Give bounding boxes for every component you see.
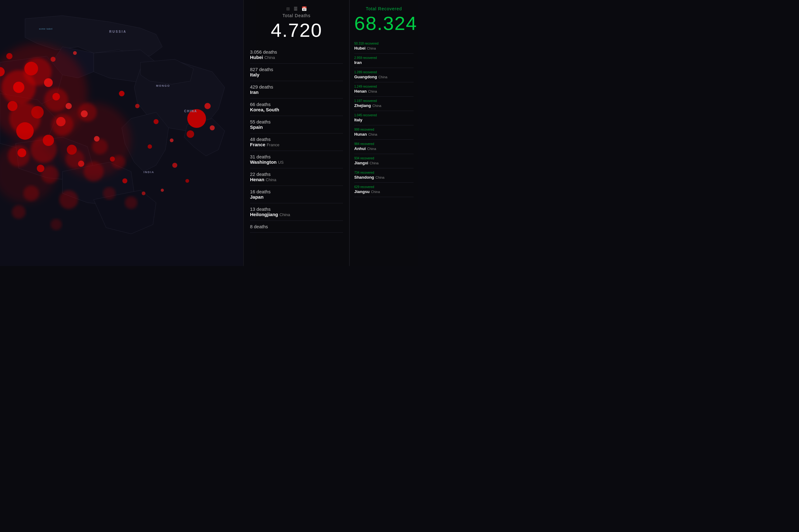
svg-point-55 xyxy=(122,178,127,183)
recovered-panel: Total Recovered 68.324 50.318 recovered … xyxy=(349,0,418,266)
svg-text:INDIA: INDIA xyxy=(144,171,155,174)
svg-point-46 xyxy=(187,130,194,138)
death-count-korea: 66 deaths xyxy=(250,102,343,107)
recovered-entry-italy: 1.045 recovered Italy xyxy=(354,111,414,125)
svg-point-25 xyxy=(44,78,53,87)
death-location-korea: Korea, South xyxy=(250,107,343,113)
svg-text:some label: some label xyxy=(39,28,53,30)
svg-point-37 xyxy=(37,165,44,172)
recovered-location-zhejiang: Zhejiang China xyxy=(354,102,414,108)
svg-point-21 xyxy=(12,205,25,219)
svg-point-41 xyxy=(6,53,13,59)
recovered-count-hunan: 999 recovered xyxy=(354,128,414,131)
death-entry-washington: 31 deaths Washington US xyxy=(250,151,343,168)
svg-point-36 xyxy=(94,136,99,141)
death-location-washington: Washington US xyxy=(250,159,343,165)
right-panel: ⊞ ☰ 📅 Total Deaths 4.720 3.056 deaths Hu… xyxy=(243,0,418,266)
svg-point-47 xyxy=(210,125,215,130)
svg-text:MONGO: MONGO xyxy=(156,84,170,87)
death-entry-henan: 22 deaths Henan China xyxy=(250,168,343,186)
recovered-location-hubei: Hubei China xyxy=(354,45,414,51)
recovered-count-jiangsu: 629 recovered xyxy=(354,185,414,189)
header-icons: ⊞ ☰ 📅 xyxy=(250,6,343,11)
recovered-count-henan: 1.249 recovered xyxy=(354,85,414,88)
recovered-count-italy: 1.045 recovered xyxy=(354,114,414,117)
svg-point-28 xyxy=(31,106,44,118)
recovered-entry-shandong: 734 recovered Shandong China xyxy=(354,168,414,183)
svg-point-38 xyxy=(78,160,84,167)
svg-point-43 xyxy=(73,51,77,55)
svg-text:CHINA: CHINA xyxy=(184,110,197,113)
death-count-hubei: 3.056 deaths xyxy=(250,49,343,55)
death-location-hubei: Hubei China xyxy=(250,55,343,60)
svg-point-53 xyxy=(172,163,177,168)
svg-point-32 xyxy=(81,110,88,117)
svg-point-23 xyxy=(13,82,24,93)
svg-point-18 xyxy=(59,190,78,209)
death-entry-japan: 16 deaths Japan xyxy=(250,186,343,203)
svg-point-33 xyxy=(43,135,54,146)
deaths-panel-title: Total Deaths xyxy=(250,13,343,18)
date-icon[interactable]: 📅 xyxy=(302,6,307,11)
death-count-italy: 827 deaths xyxy=(250,67,343,72)
deaths-panel: ⊞ ☰ 📅 Total Deaths 4.720 3.056 deaths Hu… xyxy=(244,0,349,266)
recovered-panel-title: Total Recovered xyxy=(354,6,414,11)
recovered-location-hunan: Hunan China xyxy=(354,131,414,137)
total-deaths-value: 4.720 xyxy=(250,21,343,40)
death-entry-hubei: 3.056 deaths Hubei China xyxy=(250,46,343,63)
death-entry-last: 8 deaths xyxy=(250,221,343,233)
recovered-location-henan: Henan China xyxy=(354,88,414,94)
svg-point-45 xyxy=(204,103,211,109)
svg-point-20 xyxy=(125,196,137,209)
death-location-heilongjiang: Heilongjiang China xyxy=(250,212,343,217)
svg-point-54 xyxy=(185,179,189,183)
death-entry-heilongjiang: 13 deaths Heilongjiang China xyxy=(250,203,343,221)
svg-point-52 xyxy=(148,145,152,149)
svg-point-30 xyxy=(16,122,34,140)
death-location-france: France France xyxy=(250,142,343,148)
svg-text:RUSSIA: RUSSIA xyxy=(109,30,127,33)
recovered-entry-henan: 1.249 recovered Henan China xyxy=(354,82,414,97)
svg-point-49 xyxy=(135,104,140,108)
recovered-location-jiangxi: Jiangxi China xyxy=(354,160,414,166)
list-icon[interactable]: ☰ xyxy=(294,6,298,11)
svg-point-12 xyxy=(92,139,108,154)
recovered-count-iran: 2.959 recovered xyxy=(354,56,414,60)
recovered-entry-anhui: 984 recovered Anhui China xyxy=(354,140,414,154)
svg-point-9 xyxy=(78,103,97,121)
recovered-count-zhejiang: 1.197 recovered xyxy=(354,99,414,102)
svg-point-17 xyxy=(23,186,39,201)
svg-point-24 xyxy=(24,62,38,75)
svg-point-51 xyxy=(170,138,174,142)
recovered-count-guangdong: 1.289 recovered xyxy=(354,71,414,74)
svg-point-42 xyxy=(51,57,56,62)
svg-point-13 xyxy=(8,145,30,167)
svg-point-39 xyxy=(110,156,115,162)
recovered-count-shandong: 734 recovered xyxy=(354,171,414,174)
recovered-entry-zhejiang: 1.197 recovered Zhejiang China xyxy=(354,97,414,111)
death-location-italy: Italy xyxy=(250,72,343,78)
svg-point-50 xyxy=(153,119,159,124)
recovered-entry-jiangsu: 629 recovered Jiangsu China xyxy=(354,183,414,197)
recovered-entry-hubei: 50.318 recovered Hubei China xyxy=(354,39,414,54)
recovered-location-italy: Italy xyxy=(354,117,414,122)
total-recovered-value: 68.324 xyxy=(354,14,414,33)
death-entry-france: 48 deaths France France xyxy=(250,133,343,151)
death-entry-iran: 429 deaths Iran xyxy=(250,81,343,98)
recovered-count-jiangxi: 934 recovered xyxy=(354,156,414,160)
death-location-spain: Spain xyxy=(250,125,343,130)
svg-point-34 xyxy=(17,148,26,157)
svg-point-48 xyxy=(119,91,125,96)
recovered-entry-iran: 2.959 recovered Iran xyxy=(354,54,414,68)
svg-point-15 xyxy=(84,162,104,182)
death-count-last: 8 deaths xyxy=(250,224,343,229)
death-count-henan: 22 deaths xyxy=(250,172,343,177)
recovered-count-anhui: 984 recovered xyxy=(354,142,414,146)
death-count-washington: 31 deaths xyxy=(250,154,343,159)
death-entry-spain: 55 deaths Spain xyxy=(250,116,343,133)
svg-point-56 xyxy=(142,191,145,195)
map-container: RUSSIA MONGO CHINA INDIA some label xyxy=(0,0,256,266)
recovered-location-anhui: Anhui China xyxy=(354,146,414,151)
grid-icon[interactable]: ⊞ xyxy=(286,6,290,11)
recovered-location-iran: Iran xyxy=(354,60,414,65)
